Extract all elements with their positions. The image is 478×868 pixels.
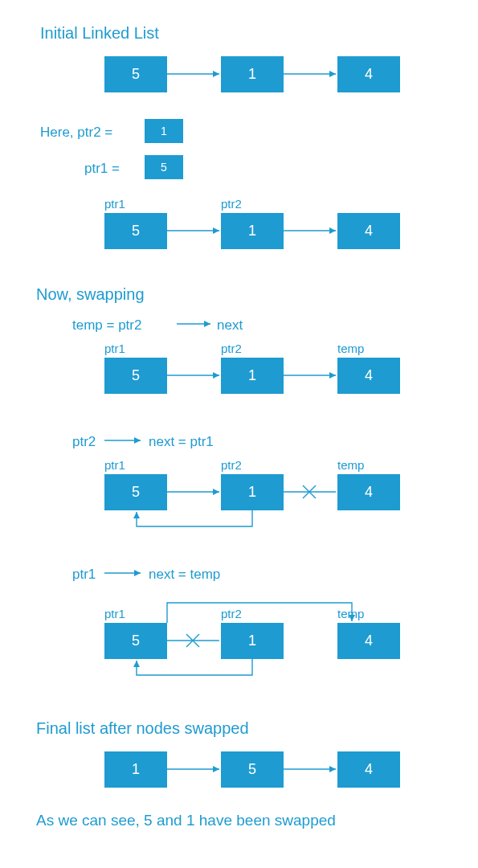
node-row4-1: 5 (104, 474, 167, 510)
label-row4-temp: temp (337, 458, 364, 472)
node-row3-3: 4 (337, 358, 400, 394)
assign-ptr2next-rhs: next = ptr1 (149, 434, 214, 450)
label-row4-ptr2: ptr2 (221, 458, 242, 472)
cross-row4-b (303, 485, 316, 498)
assign-ptr1: ptr1 = (84, 161, 120, 177)
node-initial-2: 1 (221, 56, 284, 92)
label-row5-temp: temp (337, 607, 364, 620)
node-row3-1: 5 (104, 358, 167, 394)
node-row2-2: 1 (221, 213, 284, 249)
cross-row5-b (186, 634, 199, 647)
cross-row4-a (303, 485, 316, 498)
node-row3-2: 1 (221, 358, 284, 394)
node-row5-2: 1 (221, 623, 284, 659)
label-row2-ptr2: ptr2 (221, 197, 242, 211)
node-row2-1: 5 (104, 213, 167, 249)
node-row4-2: 1 (221, 474, 284, 510)
assign-temp-lhs: temp = ptr2 (72, 317, 141, 334)
label-row4-ptr1: ptr1 (104, 458, 125, 472)
label-row2-ptr1: ptr1 (104, 197, 125, 211)
heading-initial: Initial Linked List (40, 24, 159, 43)
arrow-row5-over (167, 603, 352, 623)
assign-temp-rhs: next (217, 317, 243, 334)
conclusion-text: As we can see, 5 and 1 have been swapped (36, 812, 336, 829)
assign-here-ptr2: Here, ptr2 = (40, 125, 112, 141)
assign-ptr1next-rhs: next = temp (149, 567, 220, 583)
assign-ptr1next-lhs: ptr1 (72, 567, 96, 583)
arrow-row4-back (137, 510, 252, 526)
node-row5-3: 4 (337, 623, 400, 659)
label-row3-ptr1: ptr1 (104, 342, 125, 355)
arrow-row5-back (137, 659, 252, 675)
label-row3-temp: temp (337, 342, 364, 355)
assign-ptr2next-lhs: ptr2 (72, 434, 96, 450)
node-small-ptr1: 5 (145, 155, 183, 179)
node-row4-3: 4 (337, 474, 400, 510)
label-row3-ptr2: ptr2 (221, 342, 242, 355)
node-row2-3: 4 (337, 213, 400, 249)
cross-row5-a (186, 634, 199, 647)
heading-final: Final list after nodes swapped (36, 719, 249, 738)
node-small-ptr2: 1 (145, 119, 183, 143)
label-row5-ptr2: ptr2 (221, 607, 242, 620)
heading-swapping: Now, swapping (36, 285, 145, 304)
label-row5-ptr1: ptr1 (104, 607, 125, 620)
node-final-1: 1 (104, 751, 167, 788)
node-final-3: 4 (337, 751, 400, 788)
node-row5-1: 5 (104, 623, 167, 659)
node-final-2: 5 (221, 751, 284, 788)
node-initial-1: 5 (104, 56, 167, 92)
node-initial-3: 4 (337, 56, 400, 92)
